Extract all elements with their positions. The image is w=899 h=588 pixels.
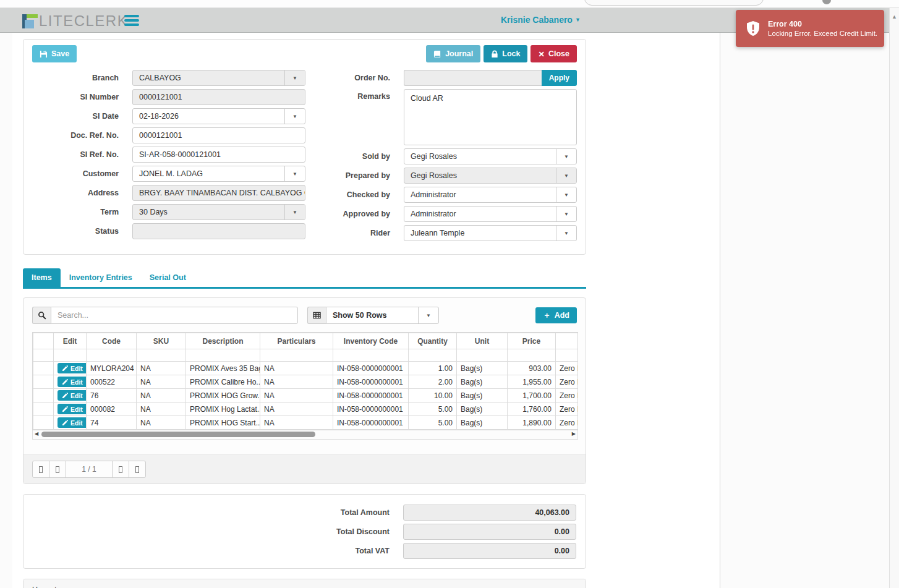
error-toast[interactable]: Error 400 Locking Error. Exceed Credit L… bbox=[736, 10, 884, 47]
pencil-icon bbox=[62, 420, 68, 425]
tab-inventory-entries[interactable]: Inventory Entries bbox=[61, 268, 141, 287]
customer-select[interactable]: JONEL M. LADAG ▼ bbox=[132, 166, 305, 182]
app-logo: LITECLERK bbox=[22, 12, 128, 30]
tab-items[interactable]: Items bbox=[23, 268, 61, 287]
chevron-down-icon: ▼ bbox=[284, 70, 305, 85]
pagination-first-button[interactable] bbox=[32, 461, 49, 478]
row-handle[interactable] bbox=[33, 403, 54, 416]
invoice-form-card: Save Journal Lock ✕ Close bbox=[23, 39, 586, 255]
user-menu[interactable]: Krisnie Cabanero▼ bbox=[501, 15, 581, 25]
col-unit[interactable]: Unit bbox=[457, 333, 508, 349]
row-handle[interactable] bbox=[33, 416, 54, 430]
add-button[interactable]: ＋Add bbox=[535, 307, 577, 323]
search-input[interactable] bbox=[51, 307, 298, 324]
col-disc-type: Typ bbox=[556, 349, 579, 362]
prepared-by-select[interactable]: Gegi Rosales ▼ bbox=[404, 168, 577, 184]
rider-label: Rider bbox=[334, 229, 390, 237]
chevron-down-icon: ▼ bbox=[284, 205, 305, 219]
floppy-disk-icon bbox=[40, 50, 48, 58]
items-table: Edit Code SKU Description Particulars In… bbox=[33, 333, 578, 430]
col-price[interactable]: Price bbox=[508, 333, 556, 349]
col-description[interactable]: Description bbox=[186, 333, 260, 349]
col-code[interactable]: Code bbox=[87, 333, 137, 349]
address-label: Address bbox=[32, 189, 119, 197]
col-edit[interactable]: Edit bbox=[54, 333, 87, 349]
chevron-down-icon: ▼ bbox=[575, 17, 581, 23]
row-handle[interactable] bbox=[33, 389, 54, 403]
total-amount-label: Total Amount bbox=[32, 508, 390, 517]
si-ref-no-field[interactable]: SI-AR-058-0000121001 bbox=[132, 147, 305, 163]
pagination-last-button[interactable] bbox=[129, 461, 146, 478]
sold-by-select[interactable]: Gegi Rosales ▼ bbox=[404, 148, 577, 164]
vertical-scrollbar[interactable]: ▲ bbox=[889, 8, 899, 588]
search-group bbox=[32, 307, 298, 324]
edit-button[interactable]: Edit bbox=[58, 363, 87, 373]
si-ref-no-label: SI Ref. No. bbox=[32, 150, 119, 159]
col-sku[interactable]: SKU bbox=[137, 333, 186, 349]
chevron-down-icon: ▼ bbox=[418, 307, 438, 323]
status-label: Status bbox=[32, 227, 119, 236]
prepared-by-label: Prepared by bbox=[334, 171, 390, 180]
scroll-left-icon[interactable]: ◀ bbox=[35, 431, 38, 437]
chevron-down-icon: ▼ bbox=[284, 166, 305, 181]
approved-by-select[interactable]: Administrator ▼ bbox=[404, 206, 577, 222]
pagination-next-button[interactable] bbox=[112, 461, 129, 478]
checked-by-label: Checked by bbox=[334, 190, 390, 199]
detail-tabs: Items Inventory Entries Serial Out bbox=[23, 268, 586, 289]
journal-button[interactable]: Journal bbox=[426, 45, 480, 62]
doc-ref-no-field[interactable]: 0000121001 bbox=[132, 127, 305, 143]
save-button[interactable]: Save bbox=[32, 45, 77, 62]
chevron-down-icon: ▼ bbox=[556, 207, 576, 221]
scroll-right-icon[interactable]: ▶ bbox=[572, 431, 576, 437]
edit-button[interactable]: Edit bbox=[58, 404, 87, 414]
checked-by-select[interactable]: Administrator ▼ bbox=[404, 187, 577, 203]
scrollbar-thumb[interactable] bbox=[41, 432, 315, 437]
chevron-down-icon: ▼ bbox=[556, 187, 576, 202]
last-page-icon bbox=[135, 466, 139, 473]
customer-value: JONEL M. LADAG bbox=[133, 166, 284, 181]
si-number-label: SI Number bbox=[32, 93, 119, 101]
approved-by-label: Approved by bbox=[334, 210, 390, 218]
close-x-icon: ✕ bbox=[538, 49, 544, 59]
edit-button[interactable]: Edit bbox=[58, 390, 87, 401]
horizontal-scrollbar[interactable]: ◀ ▶ bbox=[32, 430, 578, 440]
show-rows-select[interactable]: Show 50 Rows ▼ bbox=[326, 307, 439, 324]
toast-title: Error 400 bbox=[768, 20, 877, 28]
col-disc[interactable]: Disc bbox=[556, 333, 579, 349]
close-button[interactable]: ✕ Close bbox=[530, 45, 577, 62]
row-handle[interactable] bbox=[33, 362, 54, 375]
browser-extension-icon bbox=[822, 0, 831, 4]
show-rows-group: Show 50 Rows ▼ bbox=[307, 307, 439, 324]
remarks-textarea[interactable]: Cloud AR bbox=[404, 89, 577, 145]
apply-button[interactable]: Apply bbox=[542, 70, 577, 86]
total-amount-field: 40,063.00 bbox=[403, 505, 576, 521]
col-quantity[interactable]: Quantity bbox=[409, 333, 457, 349]
col-inventory-code[interactable]: Inventory Code bbox=[333, 333, 409, 349]
row-handle[interactable] bbox=[33, 375, 54, 389]
lock-button[interactable]: Lock bbox=[484, 45, 527, 62]
scroll-up-icon[interactable]: ▲ bbox=[890, 8, 899, 20]
col-particulars[interactable]: Particulars bbox=[260, 333, 333, 349]
plus-icon: ＋ bbox=[543, 310, 551, 321]
grid-footer: 1 / 1 bbox=[23, 454, 586, 484]
col-handle bbox=[33, 333, 54, 349]
remarks-label: Remarks bbox=[334, 92, 390, 101]
order-no-field[interactable] bbox=[404, 70, 542, 86]
main-content: Save Journal Lock ✕ Close bbox=[12, 33, 720, 588]
edit-button[interactable]: Edit bbox=[58, 377, 87, 387]
menu-hamburger-icon[interactable] bbox=[124, 15, 139, 28]
items-table-viewport: Edit Code SKU Description Particulars In… bbox=[32, 332, 578, 430]
edit-button[interactable]: Edit bbox=[58, 417, 87, 428]
toast-message: Locking Error. Exceed Credit Limit. bbox=[768, 30, 877, 37]
rider-select[interactable]: Juleann Temple ▼ bbox=[404, 225, 577, 241]
rider-value: Juleann Temple bbox=[404, 226, 556, 241]
table-row: Edit 000082 NA PROMIX Hog Lactat... NA I… bbox=[33, 403, 579, 416]
pagination-prev-button[interactable] bbox=[49, 461, 66, 478]
tab-serial-out[interactable]: Serial Out bbox=[141, 268, 195, 287]
term-select[interactable]: 30 Days ▼ bbox=[132, 204, 305, 220]
customer-label: Customer bbox=[32, 169, 119, 178]
si-date-select[interactable]: 02-18-2026 ▼ bbox=[132, 108, 305, 124]
branch-select[interactable]: CALBAYOG ▼ bbox=[132, 70, 305, 86]
chevron-down-icon: ▼ bbox=[556, 149, 576, 164]
chevron-down-icon: ▼ bbox=[284, 109, 305, 124]
